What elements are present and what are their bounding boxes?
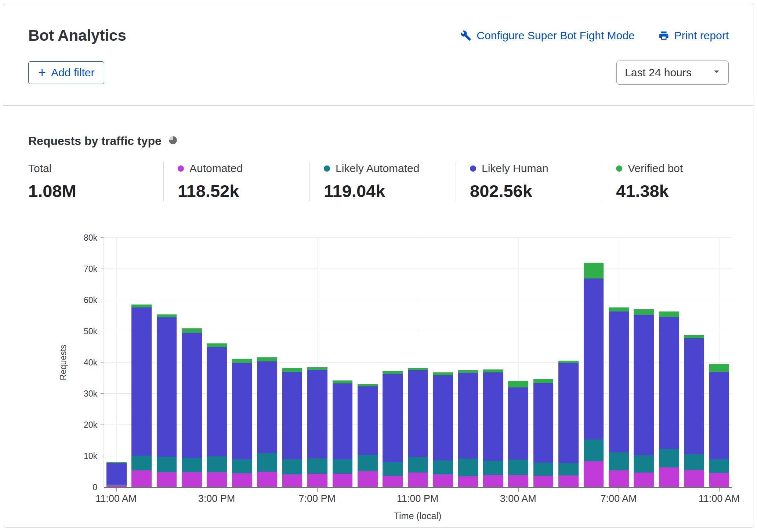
configure-super-bot-fight-mode-link[interactable]: Configure Super Bot Fight Mode (460, 29, 634, 42)
stacked-bar[interactable] (333, 238, 353, 487)
bar-segment-verified-bot[interactable] (307, 367, 327, 370)
bar-segment-automated[interactable] (257, 472, 277, 487)
bar-segment-likely-human[interactable] (634, 315, 654, 455)
bar-segment-likely-human[interactable] (584, 278, 604, 440)
bar-segment-likely-automated[interactable] (408, 457, 428, 473)
bar-segment-verified-bot[interactable] (684, 335, 704, 338)
bar-segment-automated[interactable] (709, 473, 729, 487)
stacked-bar[interactable] (533, 238, 554, 487)
stacked-bar[interactable] (131, 238, 152, 487)
stacked-bar[interactable] (232, 238, 252, 487)
bar-segment-verified-bot[interactable] (333, 380, 353, 383)
bar-segment-likely-automated[interactable] (508, 460, 528, 475)
bar-segment-likely-automated[interactable] (709, 459, 729, 473)
bar-segment-likely-human[interactable] (383, 374, 403, 462)
bar-segment-likely-human[interactable] (684, 338, 704, 454)
bar-segment-verified-bot[interactable] (483, 369, 503, 373)
bar-segment-likely-human[interactable] (659, 317, 679, 449)
bar-segment-automated[interactable] (483, 475, 503, 487)
bar-segment-verified-bot[interactable] (257, 357, 277, 361)
bar-segment-likely-automated[interactable] (659, 449, 679, 467)
bar-segment-likely-automated[interactable] (131, 456, 152, 470)
bar-segment-automated[interactable] (584, 461, 604, 487)
stacked-bar[interactable] (483, 238, 503, 487)
bar-segment-verified-bot[interactable] (383, 371, 403, 374)
stacked-bar[interactable] (383, 238, 403, 487)
bar-segment-verified-bot[interactable] (282, 368, 303, 372)
bar-segment-likely-automated[interactable] (232, 459, 252, 473)
stacked-bar[interactable] (634, 238, 654, 487)
bar-segment-automated[interactable] (182, 472, 202, 487)
bar-segment-likely-human[interactable] (508, 387, 528, 460)
bar-segment-likely-automated[interactable] (584, 440, 604, 461)
bar-segment-likely-automated[interactable] (182, 458, 202, 472)
bar-segment-likely-human[interactable] (157, 317, 177, 457)
stacked-bar[interactable] (709, 238, 729, 487)
add-filter-button[interactable]: + Add filter (28, 61, 104, 84)
bar-segment-likely-human[interactable] (408, 370, 428, 457)
stacked-bar[interactable] (157, 238, 177, 487)
bar-segment-verified-bot[interactable] (634, 309, 654, 315)
bar-segment-likely-automated[interactable] (157, 457, 177, 473)
bar-segment-automated[interactable] (433, 474, 453, 487)
bar-segment-likely-automated[interactable] (307, 458, 327, 474)
bar-segment-verified-bot[interactable] (458, 370, 478, 373)
bar-segment-verified-bot[interactable] (508, 381, 528, 387)
bar-segment-verified-bot[interactable] (182, 328, 202, 333)
bar-segment-verified-bot[interactable] (659, 311, 679, 317)
bar-segment-automated[interactable] (533, 476, 554, 487)
bar-segment-likely-human[interactable] (609, 311, 629, 452)
bar-segment-likely-human[interactable] (483, 372, 503, 461)
bar-segment-automated[interactable] (207, 472, 227, 487)
bar-segment-automated[interactable] (131, 470, 152, 487)
bar-segment-likely-automated[interactable] (282, 459, 303, 475)
bar-segment-likely-human[interactable] (232, 363, 252, 460)
bar-segment-likely-human[interactable] (106, 463, 127, 484)
bar-segment-likely-human[interactable] (307, 370, 327, 458)
bar-segment-likely-automated[interactable] (257, 453, 277, 472)
bar-segment-automated[interactable] (659, 467, 679, 487)
bar-segment-likely-automated[interactable] (333, 459, 353, 474)
stacked-bar[interactable] (584, 238, 604, 487)
bar-segment-likely-automated[interactable] (684, 454, 704, 470)
bar-segment-likely-automated[interactable] (383, 462, 403, 476)
bar-segment-likely-human[interactable] (257, 361, 277, 453)
bar-segment-likely-human[interactable] (207, 347, 227, 456)
bar-segment-automated[interactable] (634, 473, 654, 487)
stacked-bar[interactable] (433, 238, 453, 487)
stacked-bar[interactable] (182, 238, 202, 487)
bar-segment-automated[interactable] (307, 474, 327, 487)
bar-segment-likely-human[interactable] (709, 372, 729, 460)
bar-segment-verified-bot[interactable] (131, 305, 152, 308)
bar-segment-automated[interactable] (282, 474, 303, 487)
stacked-bar[interactable] (358, 238, 378, 487)
stacked-bar[interactable] (684, 238, 704, 487)
bar-segment-verified-bot[interactable] (609, 307, 629, 312)
bar-segment-automated[interactable] (358, 471, 378, 487)
stacked-bar[interactable] (508, 238, 528, 487)
stacked-bar[interactable] (207, 238, 227, 487)
stacked-bar[interactable] (307, 238, 327, 487)
stacked-bar[interactable] (659, 238, 679, 487)
stacked-bar[interactable] (458, 238, 478, 487)
pie-chart-icon[interactable] (168, 134, 178, 148)
stat-likely-human[interactable]: Likely Human 802.56k (456, 162, 602, 201)
bar-segment-likely-human[interactable] (533, 383, 554, 463)
bar-segment-likely-human[interactable] (558, 363, 579, 463)
bar-segment-verified-bot[interactable] (709, 364, 729, 372)
bar-segment-automated[interactable] (157, 472, 177, 487)
bar-segment-likely-automated[interactable] (609, 452, 629, 470)
bar-segment-likely-human[interactable] (282, 372, 303, 459)
stacked-bar[interactable] (558, 238, 579, 487)
stacked-bar[interactable] (282, 238, 303, 487)
bar-segment-automated[interactable] (333, 474, 353, 487)
bar-segment-likely-human[interactable] (433, 375, 453, 460)
bar-segment-verified-bot[interactable] (232, 359, 252, 363)
bar-segment-automated[interactable] (232, 473, 252, 487)
stacked-bar[interactable] (408, 238, 428, 487)
bar-segment-automated[interactable] (508, 475, 528, 487)
bar-segment-automated[interactable] (408, 473, 428, 487)
bar-segment-automated[interactable] (383, 476, 403, 487)
bar-segment-verified-bot[interactable] (433, 372, 453, 375)
bar-segment-likely-automated[interactable] (558, 463, 579, 475)
